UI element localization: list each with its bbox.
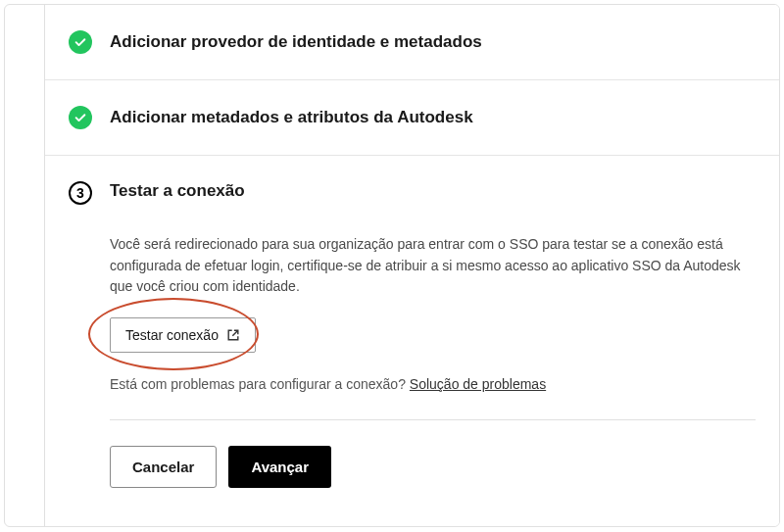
step-3-description: Você será redirecionado para sua organiz…	[110, 234, 756, 298]
dialog-frame: Adicionar provedor de identidade e metad…	[4, 4, 780, 527]
troubleshoot-text: Está com problemas para configurar a con…	[110, 376, 756, 392]
step-2-row: Adicionar metadados e atributos da Autod…	[45, 80, 779, 156]
step-3-title: Testar a conexão	[110, 181, 245, 201]
next-button[interactable]: Avançar	[228, 446, 331, 488]
step-1-title: Adicionar provedor de identidade e metad…	[110, 32, 482, 52]
check-icon	[69, 106, 92, 129]
troubleshoot-link[interactable]: Solução de problemas	[410, 376, 546, 392]
step-1-row: Adicionar provedor de identidade e metad…	[45, 5, 779, 80]
step-3-header: 3 Testar a conexão	[45, 156, 779, 209]
step-3-content: Você será redirecionado para sua organiz…	[45, 209, 779, 511]
footer-buttons: Cancelar Avançar	[110, 446, 756, 488]
test-button-wrapper: Testar conexão	[110, 317, 256, 353]
external-link-icon	[226, 328, 240, 342]
step-2-title: Adicionar metadados e atributos da Autod…	[110, 108, 473, 127]
cancel-button[interactable]: Cancelar	[110, 446, 217, 488]
check-icon	[69, 30, 92, 54]
wizard-panel: Adicionar provedor de identidade e metad…	[44, 5, 779, 526]
section-divider	[110, 419, 756, 420]
test-connection-button[interactable]: Testar conexão	[110, 317, 256, 353]
trouble-prefix: Está com problemas para configurar a con…	[110, 376, 410, 392]
test-button-label: Testar conexão	[125, 327, 219, 343]
step-number-icon: 3	[69, 181, 92, 205]
